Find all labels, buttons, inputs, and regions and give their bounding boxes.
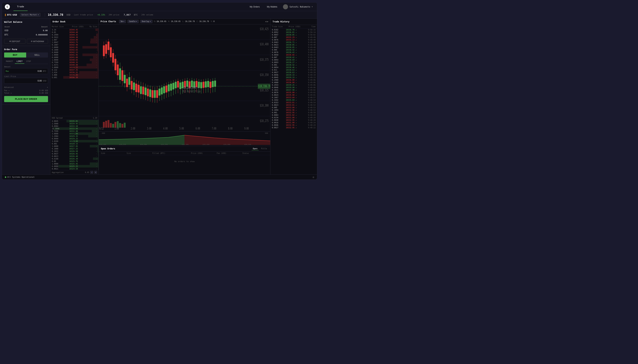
order-book-bid-row[interactable]: 0.003710326.45- — [50, 152, 99, 155]
stop-tab[interactable]: STOP — [24, 59, 33, 64]
trade-history-row: 0.002710332.95 ↗9:48:22 — [270, 126, 317, 129]
order-book-bid-row[interactable]: 0.098410333.50- — [50, 125, 99, 127]
order-book-bid-row[interactable]: 2.500010334.95- — [50, 122, 99, 125]
order-book-bid-row[interactable]: 0.616810326.30- — [50, 158, 99, 160]
svg-text:$10,375: $10,375 — [260, 58, 269, 62]
order-book-ask-row[interactable]: 0.100010342.65- — [50, 48, 99, 51]
order-book-ask-row[interactable]: 0.759910340.35- — [50, 61, 99, 64]
svg-rect-130 — [112, 124, 114, 128]
settings-icon[interactable]: ⚙ — [313, 176, 314, 178]
amount-input[interactable] — [9, 70, 42, 72]
chart-nav-prev[interactable]: ◀ — [265, 20, 267, 23]
svg-rect-73 — [154, 90, 156, 98]
order-book-ask-row[interactable]: 0.068810342.15- — [50, 51, 99, 54]
order-book-ask-row[interactable]: 5.60110336.30- — [50, 76, 99, 79]
th-col-time: Time — [303, 26, 316, 28]
order-book-bid-row[interactable]: 0.002110324.50- — [50, 168, 99, 170]
svg-rect-75 — [156, 90, 158, 98]
svg-rect-67 — [147, 89, 149, 96]
order-book-bid-row[interactable]: 0.102210326.50- — [50, 150, 99, 152]
order-book-bid-row[interactable]: 0.0510325.75- — [50, 160, 99, 162]
agg-decrease-button[interactable]: − — [90, 171, 93, 174]
order-book-bid-row[interactable]: 0.002310326.40- — [50, 155, 99, 158]
order-book-bid-row[interactable]: 0.099910329.25- — [50, 138, 99, 140]
order-book-bid-row[interactable]: 3.000010331.00- — [50, 132, 99, 135]
order-book-bid-row[interactable]: 1.000010325.45- — [50, 162, 99, 165]
order-book-bid-row[interactable]: 1.290410329.35- — [50, 135, 99, 138]
svg-rect-41 — [117, 64, 119, 75]
trade-history-row: 0.00510333.00 ↗9:48:53 — [270, 106, 317, 109]
svg-text:$10,330: $10,330 — [161, 144, 168, 145]
amount-unit: BTC — [43, 70, 47, 72]
sell-tab[interactable]: SELL — [26, 52, 48, 58]
limit-price-input-row: USD — [4, 78, 48, 84]
svg-text:300: 300 — [265, 132, 268, 134]
order-book-ask-row[interactable]: 1.437110340.00- — [50, 64, 99, 66]
trade-history-row: 0.004610339.98 ↗9:49:06 — [270, 86, 317, 89]
svg-text:$10,530: $10,530 — [244, 144, 251, 145]
change-label: 24h price — [109, 14, 119, 16]
order-book-ask-row[interactable]: 0.100710342.90- — [50, 44, 99, 46]
overlay-selector[interactable]: Overlay ▾ — [140, 20, 153, 23]
my-orders-button[interactable]: My Orders — [247, 4, 263, 9]
order-book-ask-row[interactable]: 3.1410344.45- — [50, 28, 99, 31]
svg-text:5:00: 5:00 — [179, 127, 184, 130]
order-book-ask-row[interactable]: 2.000010342.85- — [50, 46, 99, 48]
limit-price-input[interactable] — [6, 80, 42, 82]
withdraw-button[interactable]: ⊖ WITHDRAW — [27, 39, 48, 44]
trade-history-row: 0.046310336.71 ↗9:49:48 — [270, 41, 317, 44]
place-order-button[interactable]: PLACE BUY ORDER — [4, 96, 48, 102]
trade-history-row: 0.004610339.33 ↗9:49:19 — [270, 74, 317, 76]
order-book-bid-row[interactable]: 4.004510335.05- — [50, 120, 99, 122]
order-book-ask-row[interactable]: 1.000010340.65- — [50, 58, 99, 61]
wallet-amount-btc: 0.00000000 — [18, 33, 48, 37]
buy-tab[interactable]: BUY — [4, 52, 26, 58]
th-headers: Trade Size Price (USD) Time — [270, 25, 317, 28]
order-book-ask-row[interactable]: 0.600010341.80- — [50, 56, 99, 58]
order-book-bid-row[interactable]: 3.026810329.00- — [50, 140, 99, 142]
select-market-button[interactable]: Select Market ▾ — [20, 13, 41, 17]
chart-type-selector[interactable]: Candle ▾ — [127, 20, 139, 23]
order-book-ask-row[interactable]: 0.592210344.30- — [50, 36, 99, 38]
order-book-ask-row[interactable]: 3.000010339.25- — [50, 66, 99, 68]
my-wallets-button[interactable]: My Wallets — [264, 4, 280, 9]
order-book-ask-row[interactable]: 2.000010341.95- — [50, 54, 99, 56]
deposit-button[interactable]: ⊕ DEPOSIT — [4, 39, 26, 44]
agg-increase-button[interactable]: + — [94, 171, 97, 174]
order-book-bid-row[interactable]: 0.100010327.25- — [50, 148, 99, 150]
market-tab[interactable]: MARKET — [4, 59, 15, 64]
order-book-ask-row[interactable]: 0.0110344.40- — [50, 31, 99, 34]
order-book-bid-row[interactable]: 0.00110328.15- — [50, 142, 99, 145]
order-book-bid-row[interactable]: 25.300010333.00- — [50, 127, 99, 130]
tab-trade[interactable]: Trade — [14, 2, 28, 11]
order-book-ask-row[interactable]: 1.004710343.75- — [50, 41, 99, 44]
user-area[interactable]: Satoshi Nakamoto ▼ — [282, 4, 314, 9]
status-text: All Systems Operational — [7, 176, 35, 178]
wallet-asset-usd: USD — [5, 28, 18, 32]
wallet-section: Wallet Balance Asset Amount USD 0.00 — [2, 19, 50, 46]
price-charts-title: Price Charts — [101, 20, 116, 23]
order-book-ask-row[interactable]: 2.41410336.55- — [50, 71, 99, 74]
order-book-ask-row[interactable]: 3.00010336.35- — [50, 74, 99, 76]
order-book-ask-row[interactable]: 1.00710344.00- — [50, 38, 99, 41]
order-book-bid-row[interactable]: 1.000010327.95- — [50, 145, 99, 148]
oo-col-fee: Fee (USD) — [217, 152, 243, 154]
order-book-bid-row[interactable]: 0.759910332.90- — [50, 130, 99, 132]
svg-rect-131 — [115, 122, 116, 128]
chart-nav-next[interactable]: ▶ — [267, 20, 268, 23]
oo-header: Open Orders Open Fills — [99, 146, 270, 152]
oo-tab-open[interactable]: Open — [252, 147, 259, 150]
advanced-toggle[interactable]: Advanced ▾ — [4, 85, 48, 90]
svg-rect-53 — [131, 81, 133, 90]
order-book-bid-row[interactable]: 6.000010325.25- — [50, 165, 99, 168]
order-book-ask-row[interactable]: 0.13210337.35- — [50, 68, 99, 71]
svg-text:9:00: 9:00 — [244, 127, 249, 130]
chart-body[interactable]: $10,425 $10,400 $10,375 $10,350 $10,336.… — [99, 24, 270, 132]
depth-chart: -300 300 $10,180 $10,230 $10,280 $10,330… — [99, 132, 270, 146]
max-link[interactable]: Max — [6, 70, 9, 72]
timeframe-selector[interactable]: 5m ▾ — [119, 20, 126, 23]
oo-tab-fills[interactable]: Fills — [260, 147, 268, 150]
order-book-ask-row[interactable]: 0.299910344.35- — [50, 34, 99, 36]
svg-rect-93 — [177, 81, 179, 88]
limit-tab[interactable]: LIMIT — [15, 59, 24, 64]
